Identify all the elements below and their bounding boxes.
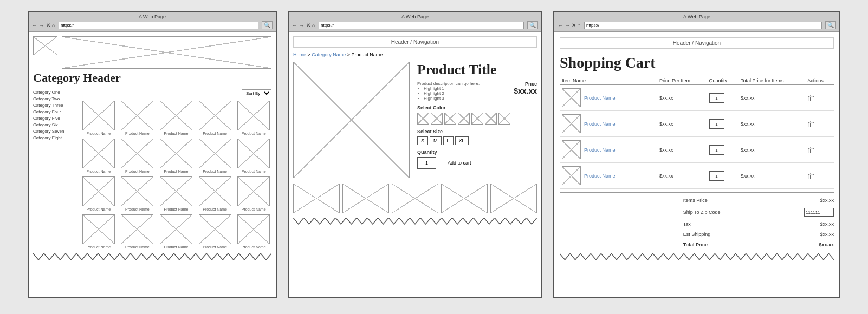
close-icon-3[interactable]: ✕	[572, 22, 576, 28]
product-name-3: Product Name	[164, 132, 189, 135]
search-button-3[interactable]: 🔍	[825, 21, 836, 29]
size-l[interactable]: L	[443, 136, 454, 145]
add-to-cart-button[interactable]: Add to cart	[441, 158, 478, 168]
product-item-16[interactable]: Product Name	[81, 214, 116, 249]
color-swatch-5[interactable]	[471, 113, 483, 125]
delete-icon-2[interactable]: 🗑	[807, 120, 815, 128]
search-button-2[interactable]: 🔍	[527, 21, 538, 29]
cart-row-3-name-cell: Product Name	[560, 137, 657, 163]
product-thumb-18	[160, 214, 192, 244]
cart-qty-4[interactable]: 1	[709, 171, 724, 181]
breadcrumb-category[interactable]: Category Name	[312, 52, 346, 57]
size-s[interactable]: S	[417, 136, 428, 145]
sidebar-item-3[interactable]: Category Three	[33, 102, 76, 109]
home-icon-3[interactable]: ⌂	[578, 22, 581, 28]
product-name-12: Product Name	[125, 207, 150, 211]
thumbnail-4[interactable]	[441, 184, 488, 213]
color-swatch-2[interactable]	[431, 113, 443, 125]
color-swatch-6[interactable]	[485, 113, 497, 125]
color-swatch-4[interactable]	[458, 113, 470, 125]
product-item-4[interactable]: Product Name	[197, 101, 233, 135]
cart-row-2-name-cell: Product Name	[560, 111, 657, 137]
size-xl[interactable]: XL	[455, 136, 469, 145]
page2-header-nav: Header / Navigation	[293, 36, 537, 48]
thumbnail-2[interactable]	[342, 184, 389, 213]
cart-row-4: Product Name $xx.xx 1 $xx.xx 🗑	[560, 163, 834, 189]
product-item-3[interactable]: Product Name	[158, 101, 194, 135]
zip-input[interactable]	[804, 208, 834, 217]
thumbnail-5[interactable]	[490, 184, 537, 213]
cart-row-4-price: $xx.xx	[657, 163, 707, 189]
sidebar-item-7[interactable]: Category Seven	[33, 128, 76, 135]
product-item-2[interactable]: Product Name	[120, 101, 156, 135]
product-item-13[interactable]: Product Name	[158, 176, 194, 211]
product-item-9[interactable]: Product Name	[197, 139, 233, 173]
product-item-20[interactable]: Product Name	[236, 214, 271, 249]
product-name-1: Product Name	[86, 132, 111, 135]
sidebar-item-5[interactable]: Category Five	[33, 115, 76, 122]
sort-select[interactable]: Sort By	[242, 89, 271, 97]
cart-qty-2[interactable]: 1	[709, 119, 724, 129]
back-icon-3[interactable]: ←	[558, 22, 563, 28]
breadcrumb-home[interactable]: Home	[293, 52, 306, 57]
sidebar-item-1[interactable]: Category One	[33, 89, 76, 96]
search-button-1[interactable]: 🔍	[262, 21, 273, 29]
forward-icon[interactable]: →	[39, 22, 44, 28]
product-item-17[interactable]: Product Name	[120, 214, 156, 249]
address-bar-1[interactable]	[59, 22, 258, 29]
address-bar-2[interactable]	[319, 22, 524, 29]
color-swatch-1[interactable]	[417, 113, 429, 125]
cart-table-head: Item Name Price Per Item Quantity Total …	[560, 77, 834, 85]
product-item-19[interactable]: Product Name	[197, 214, 233, 249]
col-price: Price Per Item	[657, 77, 707, 85]
cart-qty-1[interactable]: 1	[709, 93, 724, 103]
delete-icon-4[interactable]: 🗑	[807, 172, 815, 180]
sidebar-item-2[interactable]: Category Two	[33, 96, 76, 102]
address-bar-3[interactable]	[584, 22, 822, 29]
product-item-5[interactable]: Product Name	[236, 101, 271, 135]
size-m[interactable]: M	[430, 136, 442, 145]
browser-controls-3: ← → ✕ ⌂ 🔍	[558, 21, 836, 29]
product-item-8[interactable]: Product Name	[158, 139, 194, 173]
product-item-7[interactable]: Product Name	[120, 139, 156, 173]
cart-qty-3[interactable]: 1	[709, 145, 724, 155]
forward-icon-2[interactable]: →	[299, 22, 305, 28]
sidebar-item-6[interactable]: Category Six	[33, 122, 76, 128]
quantity-input[interactable]	[417, 157, 436, 169]
cart-item-name-2[interactable]: Product Name	[584, 121, 616, 127]
cart-item-name-1[interactable]: Product Name	[584, 95, 616, 101]
cart-item-name-4[interactable]: Product Name	[584, 173, 616, 179]
product-item-1[interactable]: Product Name	[81, 101, 116, 135]
product-item-14[interactable]: Product Name	[197, 176, 233, 211]
sidebar-item-4[interactable]: Category Four	[33, 109, 76, 115]
cart-item-name-3[interactable]: Product Name	[584, 147, 616, 153]
cart-row-4-qty: 1	[707, 163, 739, 189]
total-value: $xx.xx	[819, 242, 834, 247]
product-item-11[interactable]: Product Name	[81, 176, 116, 211]
sidebar-item-8[interactable]: Category Eight	[33, 135, 76, 141]
color-swatch-3[interactable]	[444, 113, 456, 125]
product-item-18[interactable]: Product Name	[158, 214, 194, 249]
product-item-10[interactable]: Product Name	[236, 139, 271, 173]
browser-controls-2: ← → ✕ ⌂ 🔍	[292, 21, 538, 29]
product-item-15[interactable]: Product Name	[236, 176, 271, 211]
close-icon[interactable]: ✕	[46, 22, 50, 28]
home-icon[interactable]: ⌂	[52, 22, 55, 28]
shipping-value: $xx.xx	[820, 232, 834, 237]
browser-chrome-3: A Web Page ← → ✕ ⌂ 🔍	[554, 12, 839, 32]
product-item-12[interactable]: Product Name	[120, 176, 156, 211]
delete-icon-3[interactable]: 🗑	[807, 146, 815, 154]
page2-content: Header / Navigation Home > Category Name…	[289, 32, 541, 232]
cart-item-thumb-3	[562, 140, 581, 159]
back-icon[interactable]: ←	[32, 22, 37, 28]
delete-icon-1[interactable]: 🗑	[807, 94, 815, 102]
thumbnail-3[interactable]	[392, 184, 438, 213]
thumbnail-1[interactable]	[293, 184, 340, 213]
close-icon-2[interactable]: ✕	[306, 22, 310, 28]
back-icon-2[interactable]: ←	[292, 22, 297, 28]
color-swatch-7[interactable]	[498, 113, 510, 125]
product-name-2: Product Name	[125, 132, 150, 135]
forward-icon-3[interactable]: →	[565, 22, 570, 28]
home-icon-2[interactable]: ⌂	[312, 22, 315, 28]
product-item-6[interactable]: Product Name	[81, 139, 116, 173]
